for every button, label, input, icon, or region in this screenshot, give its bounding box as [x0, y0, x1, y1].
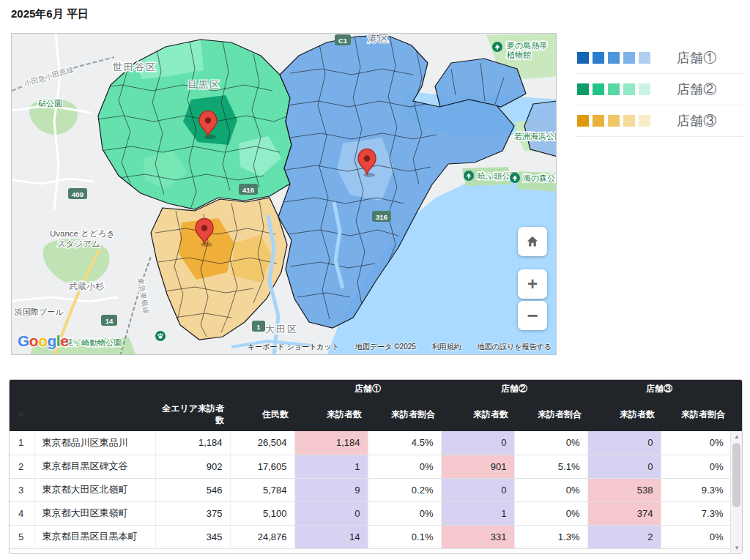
park-icon [510, 173, 520, 183]
table-row[interactable]: 2東京都目黒区碑文谷90217,60510%9015.1%00% [10, 455, 731, 478]
legend: 店舗①店舗②店舗③ [576, 42, 744, 137]
legend-label: 店舗③ [677, 112, 716, 130]
park-icon [464, 171, 474, 181]
table-row[interactable]: 3東京都大田区北嶺町5465,78490.2%00%5389.3% [10, 478, 731, 501]
group-header: 店舗① [294, 380, 441, 397]
district-label: 目黒区 [188, 79, 220, 90]
scroll-down-arrow[interactable]: ▼ [731, 542, 743, 553]
park-label: 砧公園 [38, 99, 62, 108]
scroll-up-arrow[interactable]: ▲ [731, 431, 743, 442]
table-head: 店舗①店舗②店舗③#町丁全エリア来訪者数住民数来訪者数来訪者割合来訪者数来訪者割… [10, 380, 731, 431]
column-header: 全エリア来訪者数 [155, 397, 230, 431]
table-cell: 9 [294, 478, 368, 501]
table-cell: 7.3% [661, 501, 731, 525]
zoom-in-button[interactable]: + [518, 269, 547, 299]
park-icon [492, 42, 502, 52]
legend-swatch [593, 115, 604, 127]
table-cell: 0 [294, 501, 368, 525]
legend-swatch [577, 52, 589, 64]
table-row[interactable]: 1東京都品川区東品川1,18426,5041,1844.5%00%00% [10, 431, 731, 455]
group-header: 店舗③ [587, 380, 731, 397]
park-label: 海の森公園 [523, 173, 557, 182]
map[interactable]: 世田谷区 目黒区 港区 大田区 砧公園 小田急小田原線 Uvance とどろき … [11, 33, 557, 355]
table-cell: 1 [10, 431, 34, 455]
table-cell: 26,504 [230, 431, 294, 455]
legend-swatch [639, 52, 650, 64]
table-cell: 0% [368, 501, 441, 525]
column-header: 来訪者割合 [514, 397, 587, 431]
table-cell: 0% [514, 501, 587, 525]
legend-swatch [623, 52, 635, 64]
google-logo[interactable]: Google [18, 332, 68, 350]
table-cell: 901 [441, 455, 514, 478]
column-header: # [10, 397, 34, 431]
scrollbar-thumb[interactable] [732, 443, 740, 507]
legend-swatch [608, 115, 620, 127]
table-cell: 9.3% [661, 478, 731, 501]
table-scrollbar[interactable]: ▲ ▼ [730, 431, 742, 553]
district-label: 港区 [368, 34, 390, 44]
table-cell: 1,184 [294, 431, 368, 455]
table-cell: 1 [294, 455, 368, 478]
poi-label: スタジアム [57, 239, 100, 248]
table-cell: 4 [10, 501, 34, 525]
table-row[interactable]: 4東京都大田区東嶺町3755,10000%10%3747.3% [10, 501, 731, 525]
keyboard-shortcuts-link[interactable]: キーボード ショートカット [248, 342, 339, 352]
route-badge: C1 [338, 37, 348, 45]
table-cell: 902 [155, 455, 230, 478]
table-cell: 2 [587, 525, 661, 548]
table-cell: 375 [155, 501, 230, 525]
route-badge: 1 [256, 323, 261, 331]
column-header: 来訪者割合 [368, 397, 441, 431]
route-badge: 316 [376, 213, 387, 221]
table-cell: 0% [661, 431, 731, 455]
report-error-link[interactable]: 地図の誤りを報告する [478, 342, 552, 352]
poi-label: 武蔵小杉 [69, 281, 104, 291]
legend-swatch [608, 83, 620, 95]
legend-row-3: 店舗③ [576, 105, 744, 137]
home-icon [526, 235, 539, 248]
map-data-copyright: 地図データ ©2025 [355, 342, 416, 352]
table-cell: 1.3% [514, 525, 587, 548]
column-header: 町丁 [34, 397, 155, 431]
table-cell: 538 [587, 478, 661, 501]
scrollbar-corner [730, 380, 742, 431]
poi-label: 浜国際プール [14, 307, 64, 316]
route-badge: 409 [72, 190, 83, 198]
column-header: 来訪者割合 [661, 397, 731, 431]
table-cell: 331 [441, 525, 514, 548]
zoom-out-button[interactable]: − [518, 301, 547, 330]
map-home-button[interactable] [518, 227, 547, 256]
legend-swatch [623, 115, 635, 127]
table-cell: 東京都目黒区目黒本町 [34, 525, 155, 548]
map-attribution: キーボード ショートカット 地図データ ©2025 利用規約 地図の誤りを報告す… [248, 342, 552, 352]
park-label: 植物館 [507, 51, 531, 59]
table-row[interactable]: 5東京都目黒区目黒本町34524,876140.1%3311.3%20% [10, 525, 731, 548]
legend-row-2: 店舗② [576, 74, 744, 105]
page-title: 2025年6月 平日 [11, 7, 89, 21]
terms-link[interactable]: 利用規約 [432, 342, 461, 352]
paw-icon [155, 331, 166, 341]
table-cell: 東京都大田区東嶺町 [34, 501, 155, 525]
column-header: 来訪者数 [441, 397, 514, 431]
table-cell: 546 [155, 478, 230, 501]
table-cell: 3 [10, 478, 34, 501]
map-canvas[interactable]: 世田谷区 目黒区 港区 大田区 砧公園 小田急小田原線 Uvance とどろき … [12, 34, 557, 355]
legend-swatch [608, 52, 620, 64]
table-cell: 0.2% [368, 478, 441, 501]
table-cell: 1 [441, 501, 514, 525]
table-cell: 0 [441, 478, 514, 501]
table-cell: 1,184 [155, 431, 230, 455]
table-cell: 5,100 [230, 501, 294, 525]
legend-swatch [593, 83, 604, 95]
table-cell: 374 [587, 501, 661, 525]
park-label: 若洲海浜公園 [514, 132, 557, 141]
legend-row-1: 店舗① [576, 42, 744, 74]
table-cell: 17,605 [230, 455, 294, 478]
legend-swatch [639, 115, 650, 127]
table-cell: 0% [661, 525, 731, 548]
legend-swatch [639, 83, 650, 95]
table-cell: 0% [514, 431, 587, 455]
column-header: 住民数 [230, 397, 294, 431]
table-cell: 東京都品川区東品川 [34, 431, 155, 455]
